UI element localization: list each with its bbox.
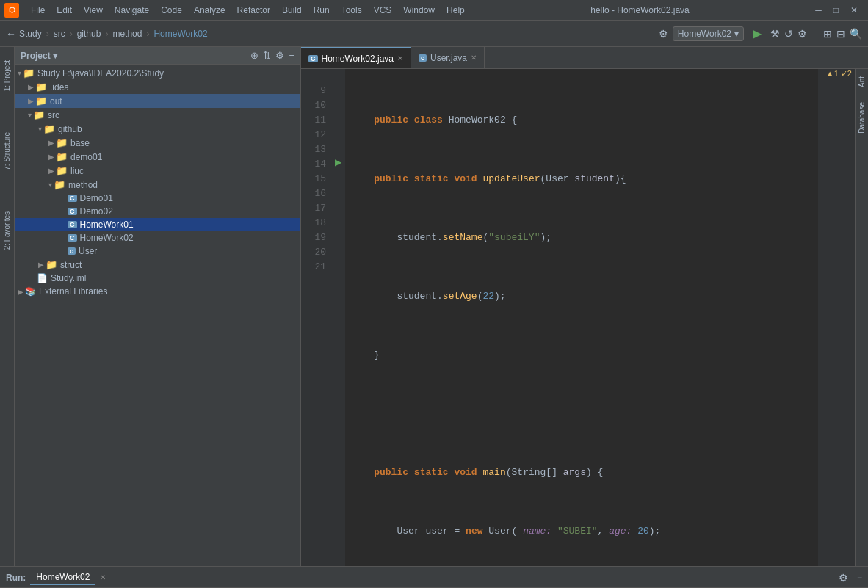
project-strip-tab[interactable]: 1: Project bbox=[1, 54, 12, 97]
breadcrumb-src[interactable]: src bbox=[54, 29, 65, 39]
window-title: hello - HomeWork02.java bbox=[590, 5, 690, 15]
tree-item[interactable]: ▶ 📁struct bbox=[15, 258, 300, 272]
run-config-dropdown[interactable]: ▾ bbox=[734, 29, 739, 39]
menu-edit[interactable]: Edit bbox=[51, 4, 78, 17]
code-line-header: public class HomeWork02 { bbox=[351, 113, 812, 128]
project-sync-icon[interactable]: ⇅ bbox=[263, 50, 271, 61]
structure-strip-tab[interactable]: 7: Structure bbox=[1, 126, 12, 176]
favorites-strip-tab[interactable]: 2: Favorites bbox=[1, 206, 12, 255]
code-line-13 bbox=[351, 407, 812, 421]
menu-tools[interactable]: Tools bbox=[336, 4, 368, 17]
code-area[interactable]: public class HomeWork02 { public static … bbox=[345, 69, 818, 566]
run-button[interactable]: ▶ bbox=[748, 25, 766, 42]
search-icon[interactable]: 🔍 bbox=[850, 28, 862, 40]
app-logo: ⬡ bbox=[4, 3, 19, 18]
reload-icon[interactable]: ↺ bbox=[784, 28, 793, 40]
tree-item[interactable]: ▶ 📚External Libraries bbox=[15, 285, 300, 298]
tab-label-2: User.java bbox=[430, 53, 467, 63]
menu-analyze[interactable]: Analyze bbox=[188, 4, 231, 17]
tree-item-label: External Libraries bbox=[39, 286, 107, 297]
project-panel: Project ▾ ⊕ ⇅ ⚙ − ▾ 📁Study F:\java\IDEA2… bbox=[15, 47, 301, 566]
tree-item[interactable]: ▶ 📁out bbox=[15, 94, 300, 108]
tree-item[interactable]: ▶ 📁liuc bbox=[15, 164, 300, 178]
run-config-label: HomeWork02 bbox=[678, 29, 731, 39]
tree-item[interactable]: ▶ 📁base bbox=[15, 136, 300, 150]
tree-item[interactable]: CHomeWork02 bbox=[15, 231, 300, 244]
tree-item[interactable]: 📄Study.iml bbox=[15, 272, 300, 285]
tab-java-icon-2: c bbox=[419, 54, 427, 62]
menu-help[interactable]: Help bbox=[441, 4, 471, 17]
run-header: Run: HomeWork02 ✕ ⚙ − bbox=[0, 567, 868, 588]
tree-item[interactable]: ▶ 📁.idea bbox=[15, 80, 300, 94]
main-content: 1: Project 7: Structure 2: Favorites Pro… bbox=[0, 47, 868, 566]
run-tab-homework02[interactable]: HomeWork02 bbox=[30, 570, 95, 585]
layout2-icon[interactable]: ⊟ bbox=[836, 28, 845, 40]
ant-tab[interactable]: Ant Database bbox=[855, 69, 868, 566]
project-tree: ▾ 📁Study F:\java\IDEA2020.2\Study▶ 📁.ide… bbox=[15, 65, 300, 566]
tab-java-icon-1: C bbox=[308, 55, 318, 62]
tab-close-2[interactable]: ✕ bbox=[471, 54, 477, 62]
menu-view[interactable]: View bbox=[78, 4, 109, 17]
ant-label: Ant bbox=[858, 76, 866, 87]
tree-item-label: liuc bbox=[70, 166, 84, 176]
close-button[interactable]: ✕ bbox=[845, 5, 864, 15]
tab-close-1[interactable]: ✕ bbox=[397, 54, 403, 62]
tree-item-label: User bbox=[79, 246, 97, 256]
settings-icon[interactable]: ⚙ bbox=[798, 28, 807, 40]
database-label: Database bbox=[858, 102, 866, 134]
menu-navigate[interactable]: Navigate bbox=[109, 4, 155, 17]
project-add-icon[interactable]: ⊕ bbox=[250, 50, 258, 61]
menu-file[interactable]: File bbox=[25, 4, 51, 17]
run-minimize-icon[interactable]: − bbox=[857, 573, 862, 583]
menu-window[interactable]: Window bbox=[397, 4, 441, 17]
menu-build[interactable]: Build bbox=[276, 4, 308, 17]
tree-item-label: HomeWork02 bbox=[80, 233, 134, 243]
breadcrumb-github[interactable]: github bbox=[77, 29, 101, 39]
project-title: Project ▾ bbox=[21, 51, 57, 61]
menu-run[interactable]: Run bbox=[308, 4, 336, 17]
maximize-button[interactable]: □ bbox=[828, 5, 845, 15]
tree-item[interactable]: cUser bbox=[15, 244, 300, 258]
breadcrumb-method[interactable]: method bbox=[112, 29, 142, 39]
menu-code[interactable]: Code bbox=[155, 4, 188, 17]
project-minimize-icon[interactable]: − bbox=[289, 50, 294, 61]
breadcrumb-class[interactable]: HomeWork02 bbox=[153, 29, 207, 39]
layout-icon[interactable]: ⊞ bbox=[823, 28, 832, 40]
back-icon[interactable]: ← bbox=[6, 28, 16, 40]
warning-badge: ▲1 ✓2 bbox=[826, 69, 852, 84]
tree-item-label: .idea bbox=[50, 82, 69, 92]
tree-item-label: HomeWork01 bbox=[80, 219, 134, 230]
project-header: Project ▾ ⊕ ⇅ ⚙ − bbox=[15, 47, 300, 65]
run-settings-icon[interactable]: ⚙ bbox=[839, 572, 848, 584]
tree-item-label: Demo02 bbox=[80, 206, 113, 217]
tree-item-label: github bbox=[58, 124, 82, 134]
tree-item-label: demo01 bbox=[70, 152, 102, 162]
editor-tabs: C HomeWork02.java ✕ c User.java ✕ bbox=[301, 47, 868, 69]
project-header-icons: ⊕ ⇅ ⚙ − bbox=[250, 50, 294, 61]
tree-item[interactable]: ▶ 📁demo01 bbox=[15, 150, 300, 164]
project-settings-icon[interactable]: ⚙ bbox=[275, 50, 284, 61]
menu-refactor[interactable]: Refactor bbox=[231, 4, 276, 17]
menu-vcs[interactable]: VCS bbox=[368, 4, 398, 17]
tree-item[interactable]: ▾ 📁Study F:\java\IDEA2020.2\Study bbox=[15, 66, 300, 80]
tree-item[interactable]: ▾ 📁github bbox=[15, 122, 300, 136]
line-numbers: 910111213 1415161718 192021 bbox=[301, 69, 330, 566]
tree-item[interactable]: ▾ 📁method bbox=[15, 178, 300, 192]
run-gutter-14[interactable]: ▶ bbox=[330, 157, 345, 172]
tab-homework02[interactable]: C HomeWork02.java ✕ bbox=[301, 47, 411, 68]
build-icon[interactable]: ⚙ bbox=[659, 28, 668, 40]
tree-item-label: Demo01 bbox=[80, 193, 113, 203]
run-tab-close[interactable]: ✕ bbox=[100, 573, 106, 581]
build-button[interactable]: ⚒ bbox=[770, 28, 780, 40]
menu-bar: ⬡ File Edit View Navigate Code Analyze R… bbox=[0, 0, 868, 21]
minimize-button[interactable]: ─ bbox=[809, 5, 828, 15]
toolbar: ← Study › src › github › method › HomeWo… bbox=[0, 21, 868, 47]
tab-user[interactable]: c User.java ✕ bbox=[411, 47, 485, 68]
tree-item[interactable]: CDemo01 bbox=[15, 192, 300, 205]
tree-item[interactable]: CHomeWork01 bbox=[15, 218, 300, 231]
editor-content[interactable]: 910111213 1415161718 192021 ▶ bbox=[301, 69, 868, 566]
breadcrumb-study[interactable]: Study bbox=[19, 29, 42, 39]
tree-item[interactable]: CDemo02 bbox=[15, 205, 300, 218]
tree-item-label: Study F:\java\IDEA2020.2\Study bbox=[37, 68, 164, 79]
tree-item[interactable]: ▾ 📁src bbox=[15, 108, 300, 122]
